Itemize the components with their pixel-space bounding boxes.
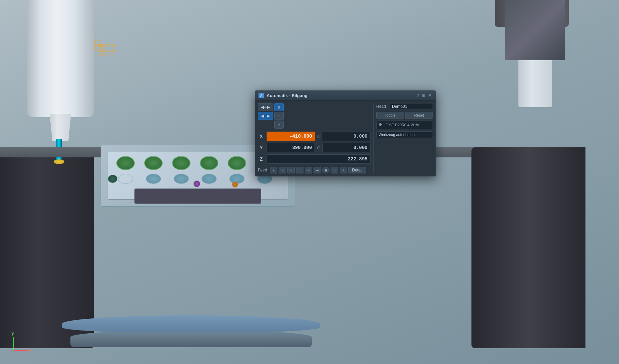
rotary-table-top	[62, 315, 320, 332]
feed-plus-btn[interactable]: +	[340, 167, 347, 173]
feed-next-btn[interactable]: ›	[296, 167, 303, 173]
tool-tip	[54, 159, 64, 164]
x-label: X	[258, 134, 265, 139]
y-coord-row: Y 390.000 C 0.000	[258, 143, 371, 153]
move-diag-btn[interactable]: ↗	[274, 121, 284, 129]
a-value: 0.000	[322, 132, 371, 141]
toggle-btn[interactable]: Toggle	[376, 112, 404, 119]
toggle-reset-row: Toggle Reset	[376, 112, 433, 119]
axis-y-label: Y	[11, 332, 14, 337]
annotation-line-1: 350.0000 (X)	[97, 44, 117, 48]
3d-viewport: 350.0000 (X) 350.0000 (Y) 222.895 (Z)	[0, 0, 619, 364]
move-buttons-row: ◀─▶ ◀─▶ ⊕ ↕ ↗	[258, 103, 371, 129]
center-btn-col: ⊕ ↕ ↗	[274, 103, 284, 129]
rotary-table-base	[70, 331, 312, 347]
move-btn-arrows-blue[interactable]: ◀─▶	[258, 112, 273, 120]
close-button[interactable]: ✕	[428, 93, 432, 98]
spindle-taper	[47, 114, 74, 141]
spindle-left-body	[27, 0, 94, 117]
machine-column-right	[471, 147, 585, 348]
minimize-button[interactable]: ⊟	[421, 93, 426, 98]
y-label: Y	[258, 145, 265, 150]
tool-name: T SF D20R0.4 VHM	[386, 123, 419, 127]
x-value: -410.000	[267, 132, 315, 141]
dialog-icon: A	[259, 93, 264, 98]
annotation-line-3: 222.895 (Z)	[97, 53, 117, 58]
feed-back-btn[interactable]: ‹─	[279, 167, 286, 173]
feed-label: Feed	[258, 168, 269, 172]
tool-gear-icon: ⚙	[379, 122, 384, 128]
move-btn-arrows[interactable]: ◀─▶	[258, 103, 273, 111]
axis-indicator: X Y	[7, 337, 27, 357]
axis-y-line	[13, 337, 14, 351]
tool-changer-arm	[505, 0, 565, 60]
x-coord-row: X -410.000 A 0.000	[258, 131, 371, 141]
annotation-line-2: 350.0000 (Y)	[97, 48, 117, 53]
detail-btn[interactable]: Detail	[348, 167, 366, 173]
c-value: 0.000	[322, 143, 371, 152]
workpiece-slot	[134, 189, 261, 204]
c-label-divider: C	[317, 145, 320, 150]
feed-end-btn[interactable]: ⏭	[314, 167, 321, 173]
tool-info: ⚙ T SF D20R0.4 VHM	[376, 121, 433, 129]
a-label-divider: A	[317, 134, 320, 139]
feed-row: Feed ‹ ‹─ ─ › ─› ⏭ ⏺ − + Detail	[258, 167, 371, 173]
dialog-title-left: A Automatik - Eilgang	[259, 93, 307, 98]
coord-annotation: 350.0000 (X) 350.0000 (Y) 222.895 (Z)	[97, 44, 117, 58]
dialog-body: ◀─▶ ◀─▶ ⊕ ↕ ↗ X -410.000	[255, 100, 436, 176]
move-vert-btn[interactable]: ↕	[274, 112, 284, 120]
head-value: Demo01	[390, 103, 433, 110]
z-label: Z	[258, 156, 265, 162]
feed-prev-btn[interactable]: ‹	[270, 167, 277, 173]
dialog-title: Automatik - Eilgang	[267, 93, 307, 98]
feed-pause-btn[interactable]: ─	[287, 167, 295, 173]
right-panel: Head Demo01 Toggle Reset ⚙ T SF D20R0.4 …	[373, 103, 433, 173]
z-coord-row: Z 222.895	[258, 154, 371, 164]
dialog-controls[interactable]: ? ⊟ ✕	[415, 93, 432, 98]
move-btn-col: ◀─▶ ◀─▶	[258, 103, 273, 129]
automatik-dialog: A Automatik - Eilgang ? ⊟ ✕ ◀─▶	[255, 90, 436, 176]
center-btn[interactable]: ⊕	[274, 103, 284, 111]
feed-stop-btn[interactable]: ⏺	[322, 167, 330, 173]
help-button[interactable]: ?	[415, 93, 420, 98]
werkzeug-dropdown[interactable]: Werkzeug aufnehmen Werkzeug ablegen	[376, 131, 433, 138]
y-value: 390.000	[267, 143, 315, 152]
axis-x-label: X	[27, 348, 30, 353]
feed-minus-btn[interactable]: −	[331, 167, 338, 173]
head-label: Head	[376, 104, 388, 109]
axis-x-line	[13, 350, 27, 351]
machine-column-left	[0, 147, 94, 348]
z-value: 222.895	[267, 154, 371, 164]
reset-btn[interactable]: Reset	[405, 112, 433, 119]
dropdown-row: Werkzeug aufnehmen Werkzeug ablegen	[376, 131, 433, 138]
dialog-titlebar: A Automatik - Eilgang ? ⊟ ✕	[255, 91, 436, 100]
feed-fwd-btn[interactable]: ─›	[305, 167, 312, 173]
axis-panel: ◀─▶ ◀─▶ ⊕ ↕ ↗ X -410.000	[258, 103, 371, 173]
axis-right-indicator	[612, 344, 612, 357]
head-row: Head Demo01	[376, 103, 433, 110]
